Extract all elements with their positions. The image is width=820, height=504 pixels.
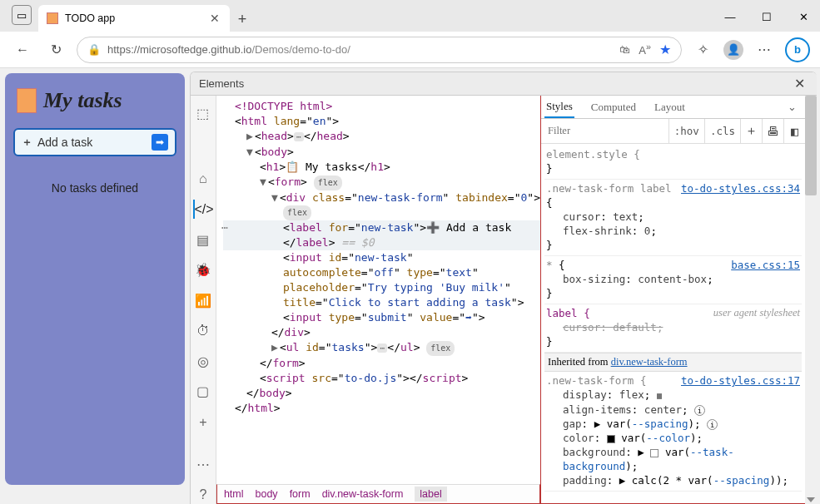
devtools-activity-bar: ⬚ ⌂ </> ▤ 🐞 📶 ⏱ ◎ ▢ + ⋯ ? bbox=[191, 96, 216, 504]
help-icon[interactable]: ? bbox=[193, 485, 213, 504]
maximize-button[interactable]: ☐ bbox=[757, 7, 777, 27]
back-button[interactable]: ← bbox=[10, 37, 35, 62]
print-icon[interactable]: 🖶 bbox=[762, 119, 783, 143]
favorite-icon[interactable]: ★ bbox=[659, 42, 671, 57]
plus-icon: ＋ bbox=[22, 135, 32, 150]
bing-icon[interactable]: b bbox=[785, 37, 810, 62]
application-icon[interactable]: ▢ bbox=[193, 383, 213, 402]
dom-breadcrumb[interactable]: html body form div.new-task-form label bbox=[216, 484, 540, 504]
devtools-tab-elements[interactable]: Elements bbox=[199, 77, 244, 90]
url-text: https://microsoftedge.github.io/Demos/de… bbox=[107, 43, 613, 56]
more-icon[interactable]: ⋯ bbox=[752, 37, 777, 62]
source-link[interactable]: to-do-styles.css:17 bbox=[681, 373, 800, 388]
add-panel-icon[interactable]: + bbox=[193, 413, 213, 432]
lock-icon: 🔒 bbox=[87, 43, 101, 56]
styles-rules[interactable]: element.style { } .new-task-form label t… bbox=[541, 144, 805, 503]
favicon-icon bbox=[47, 12, 58, 24]
memory-icon[interactable]: ◎ bbox=[193, 352, 213, 371]
refresh-button[interactable]: ↻ bbox=[43, 37, 68, 62]
console-icon[interactable]: ▤ bbox=[193, 230, 213, 250]
network-icon[interactable]: 📶 bbox=[193, 291, 213, 310]
browser-tab[interactable]: TODO app ✕ bbox=[38, 5, 230, 32]
tab-computed[interactable]: Computed bbox=[589, 97, 638, 117]
styles-panel: Styles Computed Layout ⌄ :hov .cls ＋ 🖶 ◧ bbox=[540, 96, 805, 504]
welcome-icon[interactable]: ⌂ bbox=[193, 170, 213, 189]
submit-icon[interactable]: ➡ bbox=[152, 134, 168, 151]
hov-toggle[interactable]: :hov bbox=[668, 119, 704, 143]
window-titlebar: ▭ TODO app ✕ + — ☐ ✕ bbox=[0, 0, 820, 32]
more-tools-icon[interactable]: ⋯ bbox=[193, 455, 213, 474]
devtools: Elements ✕ ⬚ ⌂ </> ▤ 🐞 📶 ⏱ ◎ ▢ + ⋯ ? bbox=[190, 72, 817, 504]
profile-avatar[interactable]: 👤 bbox=[723, 40, 743, 60]
dom-tree[interactable]: <!DOCTYPE html> <html lang="en"> ▶<head>… bbox=[216, 96, 540, 484]
browser-toolbar: ← ↻ 🔒 https://microsoftedge.github.io/De… bbox=[0, 32, 820, 68]
sources-icon[interactable]: 🐞 bbox=[193, 260, 213, 279]
favorites-icon[interactable]: ✧ bbox=[690, 37, 715, 62]
tab-styles[interactable]: Styles bbox=[544, 96, 574, 118]
cls-toggle[interactable]: .cls bbox=[704, 119, 740, 143]
elements-icon[interactable]: </> bbox=[193, 200, 213, 219]
empty-state: No tasks defined bbox=[13, 181, 176, 195]
tab-title: TODO app bbox=[65, 12, 201, 24]
chevron-down-icon[interactable]: ⌄ bbox=[788, 101, 797, 114]
tab-actions-icon[interactable]: ▭ bbox=[12, 5, 32, 25]
close-window-button[interactable]: ✕ bbox=[793, 7, 813, 27]
shopping-icon[interactable]: 🛍 bbox=[619, 43, 630, 56]
note-icon bbox=[17, 88, 37, 113]
computed-sidebar-icon[interactable]: ◧ bbox=[783, 119, 805, 143]
styles-filter-input[interactable] bbox=[541, 121, 668, 141]
performance-icon[interactable]: ⏱ bbox=[193, 322, 213, 341]
scrollbar[interactable] bbox=[805, 96, 817, 504]
add-task-label: Add a task bbox=[37, 136, 152, 149]
source-link[interactable]: to-do-styles.css:34 bbox=[681, 181, 800, 195]
read-aloud-icon[interactable]: A» bbox=[639, 42, 651, 57]
new-tab-button[interactable]: + bbox=[230, 7, 255, 32]
inspect-icon[interactable]: ⬚ bbox=[193, 104, 213, 123]
address-bar[interactable]: 🔒 https://microsoftedge.github.io/Demos/… bbox=[77, 37, 682, 63]
tab-layout[interactable]: Layout bbox=[653, 97, 687, 117]
close-tab-icon[interactable]: ✕ bbox=[208, 12, 221, 25]
add-task-input[interactable]: ＋ Add a task ➡ bbox=[13, 128, 176, 156]
inherited-link[interactable]: div.new-task-form bbox=[611, 356, 688, 368]
source-link[interactable]: base.css:15 bbox=[731, 258, 800, 272]
devtools-close-icon[interactable]: ✕ bbox=[790, 75, 808, 93]
minimize-button[interactable]: — bbox=[720, 7, 740, 27]
page-viewport: My tasks ＋ Add a task ➡ No tasks defined bbox=[0, 68, 190, 504]
new-rule-icon[interactable]: ＋ bbox=[740, 119, 762, 143]
page-title: My tasks bbox=[17, 88, 176, 113]
